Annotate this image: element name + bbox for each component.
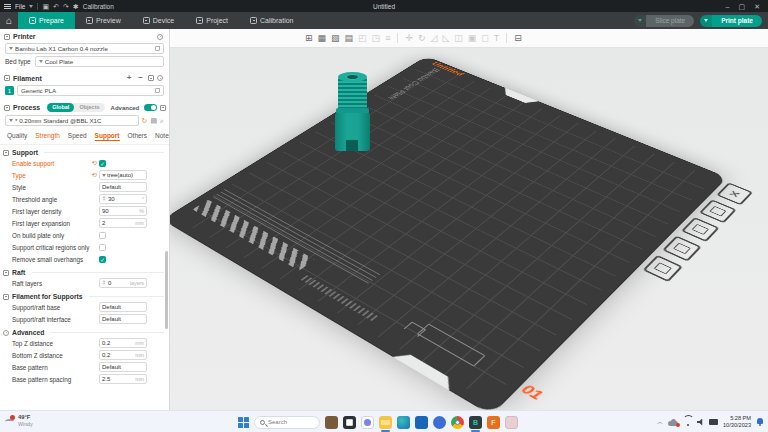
tab-strength[interactable]: Strength bbox=[35, 132, 60, 141]
param-row-base-pattern: Base pattern Default bbox=[0, 361, 169, 373]
slice-plate-button[interactable]: Slice plate bbox=[634, 15, 694, 27]
advanced-toggle[interactable] bbox=[144, 104, 157, 111]
undo-value-icon[interactable]: ⟲ bbox=[92, 160, 97, 167]
onedrive-icon[interactable] bbox=[668, 419, 678, 426]
calibration-gear-icon[interactable]: ✱ bbox=[73, 3, 79, 10]
compare-preset-icon[interactable] bbox=[160, 105, 166, 111]
chevron-down-icon[interactable] bbox=[29, 5, 33, 8]
window-title: Untitled bbox=[0, 3, 768, 10]
tab-quality[interactable]: Quality bbox=[7, 132, 27, 141]
home-icon[interactable]: ⌂ bbox=[0, 12, 18, 29]
threshold-angle-spinner[interactable]: ▲▼ 30 ° bbox=[99, 194, 147, 204]
bambu-studio-icon[interactable]: B bbox=[469, 416, 482, 429]
wifi-icon[interactable] bbox=[683, 419, 692, 426]
gray-app-icon[interactable] bbox=[505, 416, 518, 429]
filament-for-supports-section-title: Filament for Supports bbox=[0, 289, 169, 301]
orange-app-icon[interactable]: F bbox=[487, 416, 500, 429]
tab-calibration[interactable]: Calibration bbox=[239, 12, 304, 29]
enable-support-checkbox[interactable] bbox=[99, 160, 106, 167]
first-layer-density-input[interactable]: 90 % bbox=[99, 206, 147, 216]
chat-icon[interactable] bbox=[361, 416, 374, 429]
tab-device[interactable]: Device bbox=[132, 12, 185, 29]
notifications-bell-icon[interactable] bbox=[756, 418, 764, 426]
tab-speed[interactable]: Speed bbox=[68, 132, 87, 141]
spinner-arrows-icon[interactable]: ▲▼ bbox=[102, 280, 106, 285]
printer-preset-select[interactable]: Bambu Lab X1 Carbon 0.4 nozzle bbox=[5, 43, 164, 54]
file-explorer-icon[interactable] bbox=[379, 416, 392, 429]
top-z-distance-input[interactable]: 0.2mm bbox=[99, 338, 147, 348]
save-preset-icon[interactable]: ▤ bbox=[150, 117, 157, 124]
redo-icon[interactable]: ↷ bbox=[63, 3, 69, 10]
scope-global-pill[interactable]: Global bbox=[47, 103, 74, 112]
weather-widget[interactable]: 49°F Windy bbox=[5, 414, 33, 427]
edge-browser-icon[interactable] bbox=[397, 416, 410, 429]
add-filament-button[interactable]: + bbox=[125, 74, 134, 82]
slice-dropdown-icon[interactable] bbox=[634, 15, 646, 27]
sidebar-scrollbar[interactable] bbox=[165, 251, 168, 329]
hamburger-menu-icon[interactable] bbox=[4, 4, 11, 9]
close-icon[interactable]: ✕ bbox=[754, 3, 760, 10]
printer-settings-icon[interactable] bbox=[157, 34, 163, 40]
calibration-menu[interactable]: Calibration bbox=[83, 3, 114, 10]
tab-project[interactable]: Project bbox=[185, 12, 239, 29]
search-params-icon[interactable]: ⌕ bbox=[160, 117, 164, 124]
tab-others[interactable]: Others bbox=[128, 132, 148, 141]
task-view-icon[interactable] bbox=[343, 416, 356, 429]
support-style-select[interactable]: Default bbox=[99, 182, 147, 192]
filament-edit-icon[interactable] bbox=[155, 88, 160, 93]
tab-preview[interactable]: Preview bbox=[75, 12, 132, 29]
scope-objects-pill[interactable]: Objects bbox=[74, 103, 104, 112]
remove-small-overhangs-checkbox[interactable] bbox=[99, 256, 106, 263]
rename-plate-icon[interactable] bbox=[643, 255, 683, 282]
build-scene[interactable]: Untitled Bambu Cool Plate 01 ✕ bbox=[170, 29, 768, 410]
support-critical-regions-checkbox[interactable] bbox=[99, 244, 106, 251]
tab-support[interactable]: Support bbox=[95, 132, 120, 141]
process-preset-select[interactable]: * 0.20mm Standard @BBL X1C bbox=[5, 115, 139, 126]
minimize-icon[interactable]: – bbox=[726, 3, 730, 10]
bed-type-select[interactable]: Cool Plate bbox=[35, 56, 164, 67]
bottom-z-distance-input[interactable]: 0.2mm bbox=[99, 350, 147, 360]
save-icon[interactable]: ▣ bbox=[42, 3, 49, 10]
printer-edit-icon[interactable] bbox=[155, 46, 160, 51]
undo-value-icon[interactable]: ⟲ bbox=[92, 172, 97, 179]
first-layer-expansion-input[interactable]: 2 mm bbox=[99, 218, 147, 228]
taskbar-search[interactable]: Search bbox=[254, 416, 320, 429]
start-button[interactable] bbox=[238, 417, 249, 428]
viewport-3d[interactable]: ⊞ ▦ ▧ ▤ ◰ ◳ ≡ ✛ ↻ ◿ ◺ ◫ ▣ ◻ T ⊟ bbox=[170, 29, 768, 410]
undo-icon[interactable]: ↶ bbox=[53, 3, 59, 10]
print-plate-button[interactable]: Print plate bbox=[700, 15, 762, 27]
maximize-icon[interactable]: ▢ bbox=[739, 3, 746, 10]
delete-plate-icon[interactable]: ✕ bbox=[716, 182, 753, 205]
tab-prepare[interactable]: Prepare bbox=[18, 12, 75, 29]
tab-notes[interactable]: Notes bbox=[155, 132, 170, 141]
outlook-icon[interactable] bbox=[415, 416, 428, 429]
filament-settings-icon[interactable] bbox=[157, 75, 163, 81]
volume-icon[interactable] bbox=[697, 419, 704, 426]
plate-settings-icon[interactable] bbox=[699, 199, 737, 223]
print-dropdown-icon[interactable] bbox=[700, 15, 712, 27]
model-threaded-part[interactable] bbox=[333, 70, 372, 152]
support-type-select[interactable]: tree(auto) bbox=[99, 170, 147, 180]
raft-layers-spinner[interactable]: ▲▼ 0 layers bbox=[99, 278, 147, 288]
build-plate[interactable]: Untitled Bambu Cool Plate 01 ✕ bbox=[170, 57, 726, 410]
base-pattern-select[interactable]: Default bbox=[99, 362, 147, 372]
clock[interactable]: 5:28 PM 10/30/2023 bbox=[723, 415, 751, 428]
spinner-arrows-icon[interactable]: ▲▼ bbox=[102, 196, 106, 201]
arrange-plate-icon[interactable] bbox=[662, 236, 701, 262]
reset-preset-icon[interactable]: ↻ bbox=[142, 117, 148, 124]
sync-filament-icon[interactable] bbox=[148, 75, 154, 81]
support-raft-base-select[interactable]: Default bbox=[99, 302, 147, 312]
chrome-icon[interactable] bbox=[451, 416, 464, 429]
file-menu[interactable]: File bbox=[15, 3, 25, 10]
tray-overflow-icon[interactable]: ︿ bbox=[657, 418, 663, 427]
filament-preset-select[interactable]: Generic PLA bbox=[17, 85, 164, 96]
base-pattern-spacing-input[interactable]: 2.5mm bbox=[99, 374, 147, 384]
lock-plate-icon[interactable] bbox=[681, 217, 720, 242]
remove-filament-button[interactable]: − bbox=[136, 74, 145, 82]
param-row-support-critical-regions: Support critical regions only bbox=[0, 241, 169, 253]
keyboard-layout-icon[interactable] bbox=[709, 419, 718, 425]
teams-icon[interactable] bbox=[433, 416, 446, 429]
on-build-plate-only-checkbox[interactable] bbox=[99, 232, 106, 239]
support-raft-interface-select[interactable]: Default bbox=[99, 314, 147, 324]
widgets-icon[interactable] bbox=[325, 416, 338, 429]
